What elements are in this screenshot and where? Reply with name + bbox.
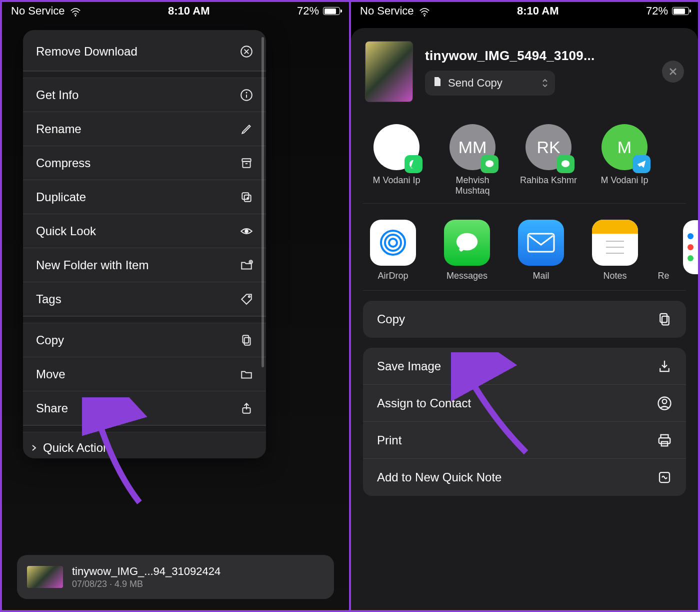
- avatar-initials: RK: [536, 138, 560, 157]
- svg-rect-21: [528, 234, 554, 252]
- app-airdrop[interactable]: AirDrop: [366, 220, 420, 281]
- action-quick-note[interactable]: Add to New Quick Note: [363, 459, 686, 496]
- svg-rect-22: [660, 314, 667, 323]
- menu-remove-download[interactable]: Remove Download: [23, 30, 266, 71]
- send-mode-label: Send Copy: [448, 77, 502, 90]
- contact-name: M Vodani Ip: [372, 175, 420, 186]
- copy-icon: [240, 334, 253, 347]
- svg-point-20: [456, 233, 478, 251]
- action-print[interactable]: Print: [363, 422, 686, 459]
- file-thumbnail: [27, 566, 63, 588]
- menu-move[interactable]: Move: [23, 357, 266, 391]
- telegram-badge-icon: [632, 155, 650, 173]
- menu-new-folder[interactable]: New Folder with Item: [23, 248, 266, 282]
- menu-label: Tags: [36, 292, 62, 306]
- menu-get-info[interactable]: Get Info: [23, 78, 266, 112]
- menu-copy[interactable]: Copy: [23, 323, 266, 357]
- app-label: AirDrop: [378, 271, 408, 281]
- quicknote-icon: [657, 470, 672, 485]
- svg-rect-27: [659, 438, 670, 443]
- svg-point-18: [385, 235, 401, 251]
- action-save-image[interactable]: Save Image: [363, 348, 686, 385]
- status-bar: No Service 8:10 AM 72%: [2, 2, 349, 20]
- app-sliver-reminders[interactable]: [683, 220, 698, 274]
- menu-label: Quick Look: [36, 224, 96, 238]
- menu-rename[interactable]: Rename: [23, 112, 266, 146]
- app-reminders[interactable]: Re: [657, 220, 670, 281]
- battery-pct: 72%: [646, 5, 668, 18]
- svg-rect-23: [662, 316, 669, 325]
- actions-card: Save Image Assign to Contact Print Add t…: [363, 348, 686, 496]
- menu-compress[interactable]: Compress: [23, 146, 266, 180]
- notes-icon: [592, 220, 638, 266]
- copy-card: Copy: [363, 301, 686, 338]
- tag-icon: [240, 293, 253, 306]
- dot-icon: [688, 255, 694, 261]
- svg-point-0: [74, 15, 76, 17]
- svg-point-16: [562, 160, 570, 167]
- printer-icon: [657, 433, 672, 448]
- action-label: Assign to Contact: [377, 396, 471, 410]
- menu-tags[interactable]: Tags: [23, 282, 266, 316]
- app-label: Mail: [532, 271, 549, 281]
- dot-icon: [688, 244, 694, 250]
- menu-label: Copy: [36, 333, 64, 347]
- share-thumbnail: [365, 41, 413, 102]
- svg-rect-5: [242, 161, 250, 167]
- whatsapp-badge-icon: [404, 155, 422, 173]
- share-contacts-row[interactable]: M Vodani Ip MM Mehvish Mushtaq RK Rahiba…: [363, 107, 686, 204]
- folder-plus-icon: [240, 259, 253, 272]
- share-apps-row[interactable]: AirDrop Messages Mail Notes: [363, 204, 686, 291]
- action-assign-contact[interactable]: Assign to Contact: [363, 385, 686, 422]
- share-header: tinywow_IMG_5494_3109... Send Copy: [363, 28, 686, 107]
- contact-item[interactable]: RK Rahiba Kshmr: [518, 124, 579, 196]
- menu-label: Share: [36, 401, 68, 415]
- contact-name: Mehvish Mushtaq: [442, 175, 503, 196]
- svg-point-3: [246, 92, 248, 93]
- menu-share[interactable]: Share: [23, 391, 266, 425]
- file-name: tinywow_IMG_...94_31092424: [72, 565, 220, 578]
- contact-name: M Vodani Ip: [600, 175, 648, 186]
- carrier-text: No Service: [360, 5, 414, 18]
- app-notes[interactable]: Notes: [588, 220, 642, 281]
- action-copy[interactable]: Copy: [363, 301, 686, 338]
- airdrop-icon: [370, 220, 416, 266]
- menu-label: Duplicate: [36, 190, 86, 204]
- menu-quick-actions[interactable]: Quick Action: [23, 432, 266, 458]
- avatar-initials: M: [618, 138, 632, 157]
- contact-item[interactable]: M M Vodani Ip: [594, 124, 655, 196]
- imessage-badge-icon: [556, 155, 574, 173]
- contact-item[interactable]: MM Mehvish Mushtaq: [442, 124, 503, 196]
- app-mail[interactable]: Mail: [514, 220, 568, 281]
- copy-icon: [657, 312, 672, 327]
- svg-point-8: [244, 229, 248, 233]
- archive-icon: [240, 157, 253, 170]
- contact-item[interactable]: M Vodani Ip: [366, 124, 427, 196]
- messages-icon: [444, 220, 490, 266]
- file-preview-card[interactable]: tinywow_IMG_...94_31092424 07/08/23 · 4.…: [17, 555, 334, 599]
- context-menu: Remove Download Get Info Rename Compress…: [23, 30, 266, 458]
- remove-download-icon: [240, 45, 253, 58]
- wifi-icon: [419, 7, 430, 16]
- share-sheet: tinywow_IMG_5494_3109... Send Copy: [351, 28, 698, 610]
- status-bar: No Service 8:10 AM 72%: [351, 2, 698, 20]
- menu-label: Remove Download: [36, 45, 138, 59]
- menu-quick-look[interactable]: Quick Look: [23, 214, 266, 248]
- action-label: Print: [377, 433, 402, 447]
- app-messages[interactable]: Messages: [440, 220, 494, 281]
- folder-icon: [240, 368, 253, 381]
- avatar: RK: [526, 124, 572, 170]
- clock-text: 8:10 AM: [517, 5, 559, 18]
- svg-point-25: [662, 399, 667, 403]
- close-button[interactable]: [662, 61, 684, 83]
- menu-duplicate[interactable]: Duplicate: [23, 180, 266, 214]
- document-icon: [433, 76, 442, 90]
- send-mode-selector[interactable]: Send Copy: [425, 71, 555, 96]
- scrollbar[interactable]: [262, 37, 264, 367]
- chevron-up-down-icon: [542, 79, 548, 88]
- left-screenshot: No Service 8:10 AM 72% Remove Download G…: [0, 0, 351, 612]
- battery-icon: [672, 7, 689, 15]
- right-screenshot: No Service 8:10 AM 72% tinywow_IMG_5494_…: [351, 0, 700, 612]
- menu-label: Move: [36, 367, 66, 381]
- avatar: MM: [450, 124, 496, 170]
